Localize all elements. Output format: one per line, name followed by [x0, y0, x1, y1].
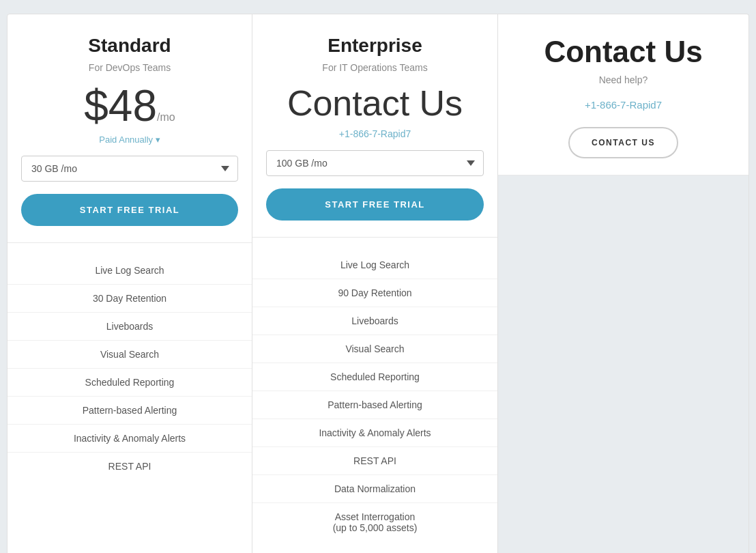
enterprise-title: Enterprise: [266, 35, 484, 57]
standard-title: Standard: [21, 35, 238, 57]
standard-price-amount: $48/mo: [84, 81, 175, 130]
standard-feature-liveboards: Liveboards: [8, 313, 252, 341]
standard-card: Standard For DevOps Teams $48/mo Paid An…: [7, 14, 252, 553]
standard-feature-pattern-alerting: Pattern-based Alerting: [8, 397, 252, 425]
standard-feature-visual-search: Visual Search: [8, 341, 252, 369]
contact-phone: +1-866-7-Rapid7: [519, 99, 728, 111]
standard-feature-retention: 30 Day Retention: [8, 285, 252, 313]
standard-feature-live-log-search: Live Log Search: [8, 257, 252, 285]
enterprise-feature-inactivity-alerts: Inactivity & Anomaly Alerts: [252, 419, 497, 447]
enterprise-feature-rest-api: REST API: [252, 447, 497, 475]
enterprise-feature-retention: 90 Day Retention: [252, 279, 497, 307]
enterprise-features-list: Live Log Search 90 Day Retention Liveboa…: [252, 238, 497, 553]
standard-card-header: Standard For DevOps Teams $48/mo Paid An…: [8, 14, 252, 243]
enterprise-phone: +1-866-7-Rapid7: [266, 128, 484, 139]
enterprise-feature-liveboards: Liveboards: [252, 307, 497, 335]
contact-card-header: Contact Us Need help? +1-866-7-Rapid7 CO…: [498, 14, 748, 175]
standard-feature-rest-api: REST API: [8, 453, 252, 480]
enterprise-feature-visual-search: Visual Search: [252, 335, 497, 363]
enterprise-storage-select[interactable]: 100 GB /mo 250 GB /mo 500 GB /mo: [266, 150, 484, 176]
contact-title: Contact Us: [519, 35, 728, 69]
enterprise-card: Enterprise For IT Operations Teams Conta…: [252, 14, 498, 553]
contact-card: Contact Us Need help? +1-866-7-Rapid7 CO…: [498, 14, 749, 553]
standard-billing[interactable]: Paid Annually: [21, 134, 238, 145]
enterprise-contact-label: Contact Us: [266, 84, 484, 123]
standard-feature-inactivity-alerts: Inactivity & Anomaly Alerts: [8, 425, 252, 453]
enterprise-card-header: Enterprise For IT Operations Teams Conta…: [252, 14, 497, 238]
contact-need-help: Need help?: [519, 74, 728, 85]
pricing-container: Standard For DevOps Teams $48/mo Paid An…: [7, 7, 749, 553]
contact-button[interactable]: CONTACT US: [568, 127, 678, 158]
standard-subtitle: For DevOps Teams: [21, 62, 238, 73]
standard-trial-button[interactable]: START FREE TRIAL: [21, 194, 238, 226]
contact-card-body: [498, 175, 748, 553]
enterprise-subtitle: For IT Operations Teams: [266, 62, 484, 73]
enterprise-feature-pattern-alerting: Pattern-based Alerting: [252, 391, 497, 419]
enterprise-feature-asset-interrogation: Asset Interrogation(up to 5,000 assets): [252, 503, 497, 541]
enterprise-feature-live-log-search: Live Log Search: [252, 251, 497, 279]
enterprise-feature-data-normalization: Data Normalization: [252, 475, 497, 503]
standard-storage-select[interactable]: 30 GB /mo 50 GB /mo 100 GB /mo: [21, 156, 238, 182]
standard-price-display: $48/mo: [21, 84, 238, 128]
standard-feature-scheduled-reporting: Scheduled Reporting: [8, 369, 252, 397]
standard-price-period: /mo: [157, 111, 175, 123]
enterprise-trial-button[interactable]: START FREE TRIAL: [266, 188, 484, 221]
enterprise-feature-scheduled-reporting: Scheduled Reporting: [252, 363, 497, 391]
standard-features-list: Live Log Search 30 Day Retention Liveboa…: [8, 243, 252, 553]
